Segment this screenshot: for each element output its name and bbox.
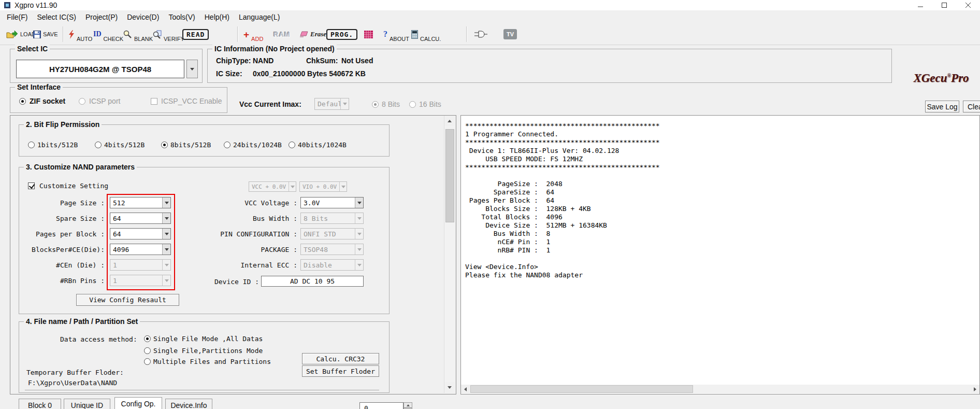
toolbar-separator [466, 26, 467, 42]
tab-config-op[interactable]: Config Op. [114, 397, 162, 409]
title-bar: Xgpro v11.90 [0, 0, 980, 10]
page-size-select[interactable]: 512 [110, 197, 171, 208]
maximize-button[interactable] [932, 0, 956, 10]
ic-info-title: IC Information (No Project opened) [212, 45, 337, 53]
ram-icon: RAM [273, 31, 291, 38]
save-icon [33, 31, 41, 38]
menu-item-tools[interactable]: Tools(V) [164, 11, 199, 23]
pages-per-block-select[interactable]: 64 [110, 228, 171, 239]
vcc-imax-value: Default [315, 98, 340, 109]
calculator-icon [411, 30, 418, 39]
horizontal-scrollbar[interactable] [461, 385, 979, 393]
toolbar-separator [237, 26, 238, 42]
bitflip-4bits-radio[interactable] [95, 142, 102, 148]
cen-die-label: #CEn (Die) : [10, 261, 105, 269]
triangle-down-icon [448, 386, 452, 389]
spin-input[interactable]: 0 [359, 402, 403, 409]
menu-item-language[interactable]: Language(L) [234, 11, 284, 23]
bits-16-label: 16 Bits [419, 100, 441, 108]
toolbar-button-erase[interactable]: Erase [299, 24, 326, 45]
blank-magnifier-icon [123, 30, 132, 39]
single-file-all-radio[interactable] [144, 335, 151, 342]
icsp-port-label: ICSP port [89, 97, 120, 105]
window-title: Xgpro v11.90 [15, 1, 57, 9]
device-id-label: Device ID : [166, 278, 259, 286]
multiple-files-radio[interactable] [144, 358, 151, 365]
question-icon: ? [383, 30, 387, 39]
menu-item-device[interactable]: Device(D) [122, 11, 164, 23]
vcc-imax-label: Vcc Current Imax: [239, 100, 301, 108]
menu-item-file[interactable]: File(F) [2, 11, 32, 23]
bit-flip-title: 2. Bit Flip Permission [24, 120, 102, 129]
scroll-left-button[interactable] [461, 385, 470, 393]
tab-device-info[interactable]: Device.Info [165, 399, 212, 409]
rbn-pins-label: #RBn Pins : [10, 277, 105, 285]
toolbar-button-prog[interactable]: PROG. [326, 24, 357, 45]
ic-info-group: IC Information (No Project opened) ChipT… [207, 49, 892, 83]
icsp-port-radio [79, 98, 85, 105]
set-buffer-folder-button[interactable]: Set Buffer Floder [302, 365, 379, 377]
toolbar-button-read[interactable]: READ [182, 24, 209, 45]
menu-item-help[interactable]: Help(H) [200, 11, 234, 23]
buffer-path-underline [25, 390, 379, 390]
icsp-vcc-checkbox [151, 98, 157, 105]
toolbar-label: ABOUT [390, 36, 409, 45]
bitflip-24bits-radio[interactable] [224, 142, 230, 148]
calcu-crc32-button[interactable]: Calcu. CRC32 [302, 353, 379, 364]
vertical-scrollbar[interactable] [444, 116, 455, 393]
customize-setting-checkbox[interactable] [28, 182, 35, 189]
scroll-up-button[interactable] [444, 116, 455, 126]
minimize-button[interactable] [909, 0, 932, 10]
ic-dropdown-button[interactable] [186, 60, 198, 78]
page-size-label: Page Size : [10, 199, 105, 207]
tab-unique-id[interactable]: Unique ID [64, 399, 110, 409]
device-id-field[interactable]: AD DC 10 95 [261, 276, 364, 287]
close-button[interactable] [956, 0, 980, 10]
buffer-path-field[interactable]: F:\Xgpro\UserData\NAND [28, 379, 117, 387]
chevron-down-icon[interactable] [355, 198, 363, 208]
bitflip-40bits-radio[interactable] [289, 142, 295, 148]
chksum-value: Not Used [341, 57, 373, 65]
menu-item-project[interactable]: Project(P) [81, 11, 122, 23]
clear-log-button[interactable]: Clear [963, 101, 980, 112]
customize-setting-label: Customize Setting [39, 182, 108, 190]
toolbar-button-tv[interactable]: TV [503, 24, 517, 45]
bitflip-1bits-radio[interactable] [28, 142, 35, 148]
spare-size-select[interactable]: 64 [110, 213, 171, 224]
toolbar-button-about[interactable]: ? ABOUT [383, 24, 409, 45]
view-config-button[interactable]: View Config Resault [76, 294, 179, 306]
toolbar-button-calcu[interactable]: CALCU. [411, 24, 441, 45]
zif-socket-radio[interactable] [19, 98, 26, 105]
save-log-button[interactable]: Save Log [925, 101, 959, 112]
toolbar-button-check[interactable]: ID CHECK [93, 24, 123, 45]
scroll-right-button[interactable] [971, 385, 979, 393]
h-scroll-thumb[interactable] [470, 385, 693, 393]
blocks-per-ce-select[interactable]: 4096 [110, 244, 171, 255]
window-controls [909, 0, 980, 10]
bits-16-radio [409, 101, 416, 108]
toolbar-button-save[interactable]: SAVE [33, 24, 58, 45]
tab-block0[interactable]: Block 0 [19, 399, 61, 409]
eraser-icon [299, 31, 308, 37]
chiptype-label: ChipType: [216, 57, 251, 65]
bitflip-40bits-label: 40bits/1024B [298, 141, 347, 149]
toolbar-button-ram[interactable]: RAM [273, 24, 291, 45]
toolbar-button-load[interactable]: LOAD [6, 24, 36, 45]
vcc-voltage-select[interactable]: 3.0V [300, 197, 364, 208]
single-file-partitions-radio[interactable] [144, 347, 151, 354]
scroll-down-button[interactable] [444, 382, 455, 392]
scroll-thumb[interactable] [445, 129, 454, 222]
toolbar-button-blank[interactable]: BLANK [123, 24, 153, 45]
spinner-up-button[interactable] [403, 402, 412, 408]
toolbar-button-add[interactable]: + ADD [243, 24, 263, 45]
xgecu-pro-logo: XGecu®Pro [902, 72, 980, 85]
toolbar-button-chip[interactable] [364, 24, 373, 45]
internal-ecc-label: Internal ECC : [166, 261, 297, 269]
selected-ic-display[interactable]: HY27UH084G2M @ TSOP48 [16, 60, 184, 78]
toolbar-button-auto[interactable]: AUTO [68, 24, 92, 45]
toolbar-button-verify[interactable]: VERIFY [153, 24, 184, 45]
menu-item-select-ic[interactable]: Select IC(S) [32, 11, 80, 23]
bitflip-8bits-radio[interactable] [161, 142, 168, 148]
single-file-all-label: Single File Mode ,All Datas [153, 335, 263, 343]
toolbar-button-logic-test[interactable] [473, 24, 488, 45]
